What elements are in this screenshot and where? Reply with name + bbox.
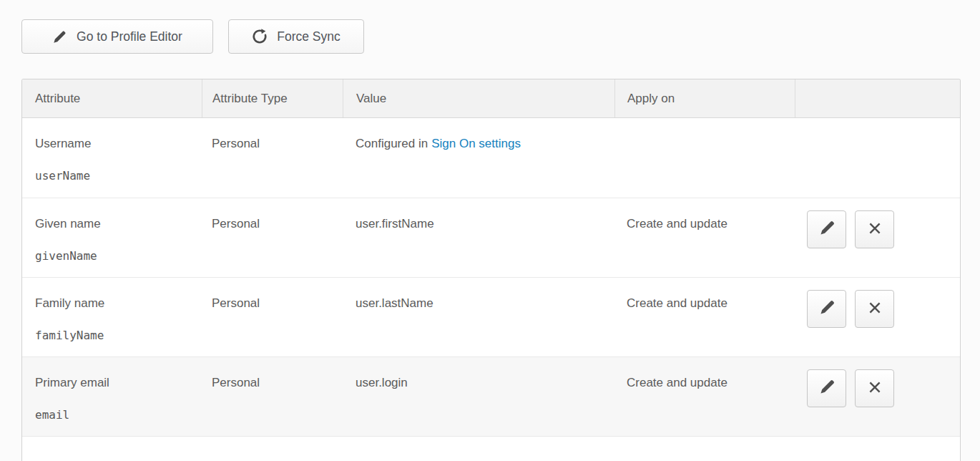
- column-header-attribute-type: Attribute Type: [202, 79, 343, 117]
- column-header-actions: [795, 79, 960, 117]
- table-row-partial: [22, 437, 960, 461]
- force-sync-label: Force Sync: [277, 29, 340, 44]
- pencil-icon: [818, 299, 836, 319]
- refresh-icon: [252, 29, 268, 44]
- toolbar: Go to Profile Editor Force Sync: [21, 19, 364, 54]
- table-header-row: Attribute Attribute Type Value Apply on: [22, 79, 960, 118]
- apply-on-value: Create and update: [614, 198, 795, 277]
- attribute-label: Primary email: [35, 375, 202, 390]
- attribute-type: Personal: [202, 198, 343, 277]
- column-header-attribute: Attribute: [22, 79, 202, 117]
- attribute-label: Given name: [35, 216, 202, 231]
- attribute-variable-name: email: [35, 407, 202, 422]
- attribute-type: Personal: [202, 357, 343, 436]
- attribute-label: Username: [35, 136, 202, 151]
- remove-attribute-button[interactable]: [855, 290, 894, 328]
- table-row-family-name: Family name familyName Personal user.las…: [22, 278, 960, 357]
- attribute-variable-name: userName: [35, 168, 202, 183]
- remove-attribute-button[interactable]: [855, 210, 894, 248]
- apply-on-value: [614, 118, 795, 198]
- pencil-icon: [818, 220, 836, 239]
- edit-attribute-button[interactable]: [807, 290, 846, 328]
- go-to-profile-editor-label: Go to Profile Editor: [77, 29, 182, 44]
- row-actions: [795, 278, 960, 356]
- edit-attribute-button[interactable]: [807, 210, 846, 248]
- pencil-icon: [818, 379, 836, 398]
- value-text: Configured in: [356, 137, 428, 150]
- attribute-type: Personal: [202, 278, 343, 356]
- mapping-value: user.login: [343, 357, 614, 436]
- table-row-given-name: Given name givenName Personal user.first…: [22, 198, 960, 278]
- column-header-apply-on: Apply on: [614, 79, 795, 117]
- row-actions: [795, 198, 960, 277]
- apply-on-value: Create and update: [614, 357, 795, 436]
- mapping-value: user.firstName: [343, 198, 614, 277]
- column-header-value: Value: [343, 79, 614, 117]
- go-to-profile-editor-button[interactable]: Go to Profile Editor: [21, 19, 213, 54]
- table-row-username: Username userName Personal Configured in…: [22, 118, 960, 198]
- sign-on-settings-link[interactable]: Sign On settings: [431, 137, 521, 150]
- remove-attribute-button[interactable]: [855, 369, 894, 407]
- apply-on-value: Create and update: [614, 278, 795, 356]
- table-row-primary-email: Primary email email Personal user.login …: [22, 357, 960, 437]
- attribute-variable-name: familyName: [35, 328, 202, 343]
- row-actions: [795, 118, 960, 198]
- close-icon: [867, 300, 883, 318]
- force-sync-button[interactable]: Force Sync: [228, 19, 364, 54]
- close-icon: [867, 379, 883, 397]
- close-icon: [867, 220, 883, 238]
- mapping-value: user.lastName: [343, 278, 614, 356]
- attribute-label: Family name: [35, 296, 202, 311]
- attribute-variable-name: givenName: [35, 248, 202, 263]
- pencil-icon: [52, 29, 67, 44]
- attribute-type: Personal: [202, 118, 343, 198]
- row-actions: [795, 357, 960, 436]
- attribute-mappings-table: Attribute Attribute Type Value Apply on …: [21, 79, 961, 461]
- edit-attribute-button[interactable]: [807, 369, 846, 407]
